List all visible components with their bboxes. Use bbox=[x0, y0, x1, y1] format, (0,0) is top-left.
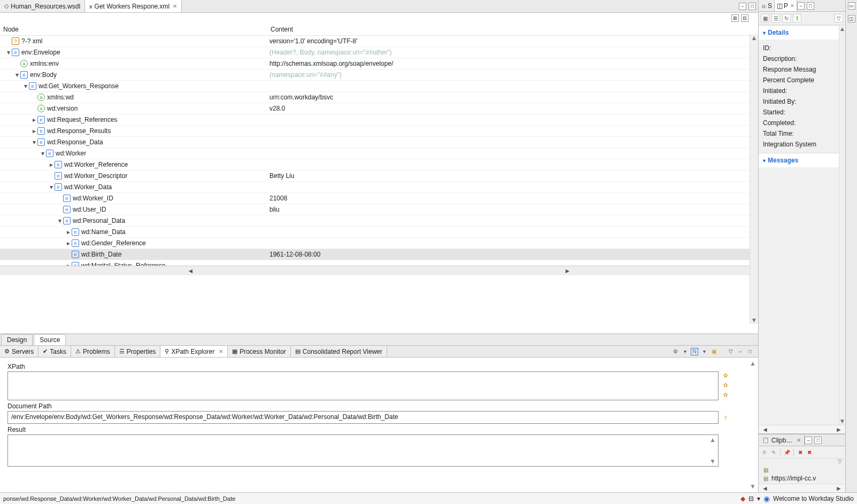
tree-toggle-icon[interactable]: ▾ bbox=[40, 150, 46, 157]
tree-row[interactable]: ▾ewd:Get_Workers_Response bbox=[0, 81, 758, 92]
expand-all-icon[interactable]: ⊞ bbox=[731, 14, 739, 22]
maximize-button[interactable]: □ bbox=[748, 3, 756, 10]
details-section-header[interactable]: Details bbox=[759, 25, 845, 40]
xpath-action-1-icon[interactable]: ✿ bbox=[722, 371, 729, 379]
tree-row[interactable]: ▾ewd:Worker bbox=[0, 148, 758, 159]
vertical-scrollbar[interactable]: ▲ ▼ bbox=[750, 34, 758, 324]
folder-icon[interactable]: ▣ bbox=[710, 348, 717, 355]
result-scroll-down-icon[interactable]: ▼ bbox=[709, 458, 717, 465]
maximize-button[interactable]: □ bbox=[814, 437, 822, 444]
clip-menu-icon[interactable]: ▽ bbox=[759, 459, 845, 464]
props-horizontal-scrollbar[interactable]: ◄► bbox=[759, 425, 845, 433]
delete-icon[interactable]: ✖ bbox=[797, 448, 804, 456]
tree-row[interactable]: ▸ewd:Gender_Reference bbox=[0, 238, 758, 249]
maximize-icon[interactable]: □ bbox=[746, 348, 754, 355]
result-scroll-up-icon[interactable]: ▲ bbox=[709, 436, 717, 444]
pin-icon[interactable]: 📌 bbox=[783, 448, 791, 456]
view-tab[interactable]: ▤Consolidated Report Viewer bbox=[291, 346, 387, 357]
messages-dropdown[interactable]: ▾ bbox=[759, 167, 845, 178]
paste-icon[interactable]: ✎ bbox=[770, 448, 777, 456]
tree-row[interactable]: ewd:Worker_DescriptorBetty Liu bbox=[0, 170, 758, 182]
tree-row[interactable]: ▸ewd:Name_Data bbox=[0, 227, 758, 238]
messages-section-header[interactable]: Messages bbox=[759, 153, 845, 167]
tree-toggle-icon[interactable]: ▾ bbox=[57, 217, 63, 224]
delete-all-icon[interactable]: ✖ bbox=[806, 448, 813, 456]
tree-row[interactable]: ▸ewd:Request_References bbox=[0, 114, 758, 126]
view-tab[interactable]: ⚙Servers bbox=[0, 346, 38, 357]
minimize-icon[interactable]: – bbox=[737, 348, 744, 355]
scroll-up-icon[interactable]: ▲ bbox=[750, 34, 758, 42]
dropdown-icon[interactable]: ▾ bbox=[700, 348, 708, 355]
tree-toggle-icon[interactable]: ▸ bbox=[65, 239, 72, 247]
view-tab[interactable]: ▦Process Monitor bbox=[228, 346, 291, 357]
up-icon[interactable]: ↥ bbox=[793, 14, 801, 22]
minimize-button[interactable]: – bbox=[805, 437, 812, 444]
tree-row[interactable]: ▾ewd:Response_Data bbox=[0, 137, 758, 148]
scroll-left-icon[interactable]: ◄ bbox=[2, 267, 379, 275]
restore-icon[interactable]: ▭ bbox=[848, 2, 855, 10]
header-node[interactable]: Node bbox=[0, 24, 267, 35]
xpath-action-2-icon[interactable]: ✿ bbox=[722, 381, 729, 389]
scroll-right-icon[interactable]: ► bbox=[379, 267, 756, 275]
tree-row[interactable]: ▾eenv:Envelope(Header?, Body, namespace:… bbox=[0, 47, 758, 58]
close-icon[interactable]: ✕ bbox=[797, 437, 801, 443]
view-tab[interactable]: ☰Properties bbox=[115, 346, 161, 357]
copy-icon[interactable]: ⎘ bbox=[761, 448, 768, 456]
view-icon[interactable]: ◫ bbox=[848, 15, 855, 22]
tree-row[interactable]: ▾ewd:Worker_Data bbox=[0, 182, 758, 193]
editor-mode-tab[interactable]: Source bbox=[34, 334, 66, 345]
header-content[interactable]: Content bbox=[267, 24, 758, 35]
minimize-button[interactable]: – bbox=[797, 2, 805, 10]
xpath-input[interactable] bbox=[7, 371, 719, 400]
right-panel-tab[interactable]: ◫P✕ bbox=[775, 0, 797, 11]
view-tab[interactable]: ✔Tasks bbox=[38, 346, 71, 357]
collapse-all-icon[interactable]: ⊟ bbox=[741, 14, 748, 22]
tree-toggle-icon[interactable]: ▸ bbox=[65, 262, 72, 266]
clipboard-tab[interactable]: 📋Clipb…✕ bbox=[759, 435, 805, 446]
node-icon[interactable]: N bbox=[691, 348, 698, 355]
tree-row[interactable]: ewd:User_IDbliu bbox=[0, 204, 758, 215]
editor-tab[interactable]: ◇Human_Resources.wsdl bbox=[0, 0, 85, 12]
panel-vertical-scrollbar[interactable]: ▲ ▼ bbox=[750, 360, 757, 490]
xpath-action-3-icon[interactable]: ✿ bbox=[722, 391, 729, 398]
tree-row[interactable]: ▾ewd:Personal_Data bbox=[0, 215, 758, 227]
tree-row[interactable]: ▸ewd:Worker_Reference bbox=[0, 159, 758, 170]
props-vertical-scrollbar[interactable]: ▲▼ bbox=[839, 25, 845, 425]
up-arrow-icon[interactable]: ⇧ bbox=[722, 414, 729, 421]
docpath-input[interactable]: /env:Envelope/env:Body/wd:Get_Workers_Re… bbox=[7, 411, 719, 424]
tree-toggle-icon[interactable]: ▸ bbox=[31, 127, 37, 135]
view-menu-icon[interactable]: ▽ bbox=[727, 348, 735, 355]
close-icon[interactable]: ✕ bbox=[219, 348, 223, 354]
list-icon[interactable]: ☰ bbox=[771, 14, 780, 22]
tree-toggle-icon[interactable]: ▾ bbox=[14, 71, 20, 79]
tree-toggle-icon[interactable]: ▾ bbox=[31, 138, 37, 146]
view-menu-icon[interactable]: ▽ bbox=[835, 14, 843, 22]
tree-row[interactable]: axmlns:wdurn:com.workday/bsvc bbox=[0, 92, 758, 103]
tree-row[interactable]: ??-? xmlversion='1.0' encoding='UTF-8' bbox=[0, 36, 758, 47]
gear-icon[interactable]: ⚙ bbox=[671, 348, 679, 355]
dropdown-icon[interactable]: ▾ bbox=[681, 348, 689, 355]
tree-row[interactable]: ▾eenv:Body(namespace:uri="##any") bbox=[0, 69, 758, 81]
tree-toggle-icon[interactable]: ▾ bbox=[5, 49, 12, 56]
clipboard-item[interactable]: ▤ bbox=[761, 466, 843, 474]
view-tab[interactable]: ⚠Problems bbox=[71, 346, 115, 357]
tree-row[interactable]: ewd:Worker_ID21008 bbox=[0, 193, 758, 204]
tree-row[interactable]: ▸ewd:Response_Results bbox=[0, 126, 758, 137]
tree-row[interactable]: axmlns:envhttp://schemas.xmlsoap.org/soa… bbox=[0, 58, 758, 69]
view-tab[interactable]: ⚲XPath Explorer✕ bbox=[160, 346, 228, 357]
error-indicator-icon[interactable]: ◆ bbox=[740, 495, 745, 502]
scroll-up-icon[interactable]: ▲ bbox=[750, 360, 757, 367]
clipboard-item[interactable]: ▤https://impl-cc.v bbox=[761, 474, 843, 483]
grid-icon[interactable]: ▦ bbox=[761, 14, 769, 22]
scroll-down-icon[interactable]: ▼ bbox=[750, 483, 757, 490]
tree-row[interactable]: awd:versionv28.0 bbox=[0, 103, 758, 114]
close-icon[interactable]: ✕ bbox=[790, 3, 794, 9]
refresh-icon[interactable]: ↻ bbox=[782, 14, 791, 22]
tree-row[interactable]: ewd:Birth_Date1961-12-08-08:00 bbox=[0, 249, 758, 260]
editor-mode-tab[interactable]: Design bbox=[1, 334, 33, 345]
tree-toggle-icon[interactable]: ▸ bbox=[48, 161, 55, 168]
maximize-button[interactable]: □ bbox=[807, 2, 814, 10]
clip-horizontal-scrollbar[interactable]: ◄► bbox=[759, 484, 845, 492]
tree-toggle-icon[interactable]: ▸ bbox=[31, 116, 37, 123]
tree-indicator-icon[interactable]: ⊟ bbox=[748, 495, 754, 502]
